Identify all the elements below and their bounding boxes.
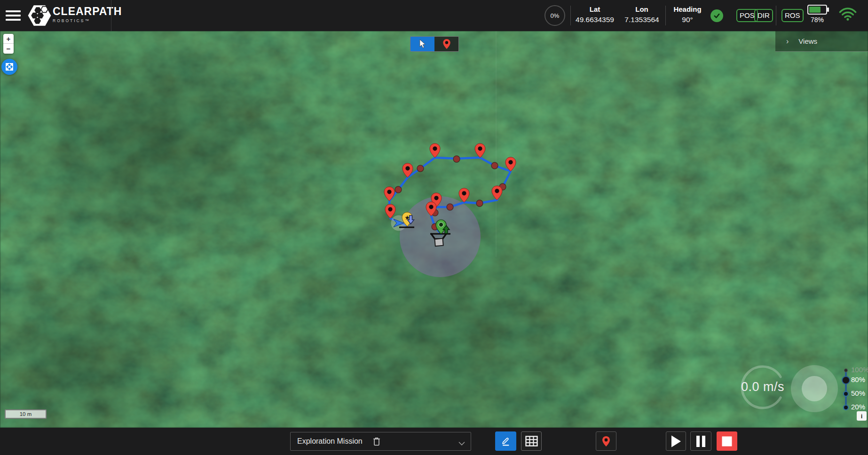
zoom-in-button[interactable]: + <box>3 34 14 44</box>
table-grid-icon <box>525 436 538 447</box>
divider <box>111 0 111 31</box>
edit-mission-button[interactable] <box>495 431 516 451</box>
views-label: Views <box>798 37 817 45</box>
speed-limit-slider[interactable] <box>845 369 847 409</box>
slider-stop-80-selected[interactable] <box>842 376 850 384</box>
expand-arrows-icon <box>5 63 14 71</box>
divider <box>665 6 666 25</box>
teleop-joystick[interactable] <box>791 365 838 412</box>
path-midpoint-handle[interactable] <box>453 156 460 162</box>
path-midpoint-handle[interactable] <box>447 204 453 210</box>
divider <box>776 6 776 25</box>
speed-readout: 0.0 m/s <box>730 380 795 394</box>
pencil-icon <box>501 436 511 446</box>
path-midpoint-handle[interactable] <box>417 165 424 172</box>
clearpath-logo-icon <box>27 4 52 27</box>
path-midpoint-handle[interactable] <box>476 200 483 207</box>
outdoornav-app: CLEARPATH ROBOTICS™ 0% Lat 49.6634359 Lo… <box>0 0 868 455</box>
mission-name: Exploration Mission <box>297 437 363 446</box>
map-scale-bar: 10 m <box>5 409 47 419</box>
stop-icon <box>722 436 732 447</box>
top-bar: CLEARPATH ROBOTICS™ 0% Lat 49.6634359 Lo… <box>0 0 868 31</box>
zoom-out-button[interactable]: − <box>3 44 14 54</box>
trash-icon <box>373 437 380 446</box>
battery-icon <box>807 5 827 15</box>
waypoint-pin-icon <box>602 436 610 447</box>
waypoint-pin[interactable] <box>384 187 395 201</box>
slider-stop-50[interactable] <box>843 391 849 397</box>
waypoint-pin-icon <box>443 39 450 49</box>
info-button[interactable]: i <box>857 411 867 421</box>
play-mission-button[interactable] <box>666 431 686 451</box>
heading-readout: Heading 90° <box>670 4 705 25</box>
path-midpoint-handle[interactable] <box>491 162 498 169</box>
menu-hamburger-icon[interactable] <box>6 8 22 23</box>
mission-overlay[interactable]: ★ <box>0 31 868 428</box>
latitude-readout: Lat 49.6634359 <box>575 4 615 25</box>
add-waypoint-mode-button[interactable] <box>434 37 458 51</box>
map-mode-toolbar <box>410 36 459 52</box>
recenter-map-button[interactable] <box>1 59 17 75</box>
add-waypoint-button[interactable] <box>596 431 616 451</box>
geofence-circle <box>400 196 481 277</box>
chevron-right-icon: › <box>786 37 789 46</box>
pause-icon <box>696 435 706 447</box>
slider-stop-20[interactable] <box>843 405 849 410</box>
select-mode-button[interactable] <box>410 37 434 51</box>
battery-indicator: 78% <box>806 5 829 24</box>
slider-label-50[interactable]: 50% <box>851 389 868 399</box>
status-ok-icon <box>710 9 723 22</box>
mission-select-dropdown[interactable]: Exploration Mission <box>290 432 471 451</box>
waypoint-pin[interactable] <box>385 204 395 218</box>
brand-text: CLEARPATH ROBOTICS™ <box>53 5 122 23</box>
views-panel-toggle[interactable]: › Views <box>775 31 868 52</box>
map-zoom-control: + − <box>3 34 14 54</box>
waypoint-table-button[interactable] <box>521 431 542 451</box>
slider-stop-100[interactable] <box>844 368 848 372</box>
path-midpoint-handle[interactable] <box>395 186 402 193</box>
longitude-readout: Lon 7.1353564 <box>622 4 662 25</box>
slider-label-100[interactable]: 100% <box>851 366 868 375</box>
waypoint-pin[interactable] <box>430 144 440 158</box>
battery-percent: 78% <box>811 16 824 24</box>
wifi-icon <box>838 6 857 23</box>
slider-label-80[interactable]: 80% <box>851 375 868 385</box>
map-area[interactable]: ★ + − <box>0 31 868 428</box>
waypoint-pin[interactable] <box>492 186 502 200</box>
mission-progress-ring: 0% <box>544 5 565 26</box>
ros-status-badge: ROS <box>781 9 804 22</box>
mission-control-bar: Exploration Mission <box>0 428 868 455</box>
waypoint-pin[interactable] <box>475 144 485 158</box>
delete-mission-button[interactable] <box>373 437 380 446</box>
divider <box>570 6 571 25</box>
chevron-down-icon <box>458 439 465 447</box>
play-icon <box>671 435 681 447</box>
joystick-knob[interactable] <box>802 376 827 401</box>
pause-mission-button[interactable] <box>690 431 711 451</box>
stop-mission-button[interactable] <box>717 431 737 451</box>
cursor-icon <box>418 40 426 48</box>
slider-label-20[interactable]: 20% <box>851 403 868 412</box>
waypoint-pin[interactable] <box>459 188 469 202</box>
dir-status-badge: DIR <box>754 9 773 22</box>
